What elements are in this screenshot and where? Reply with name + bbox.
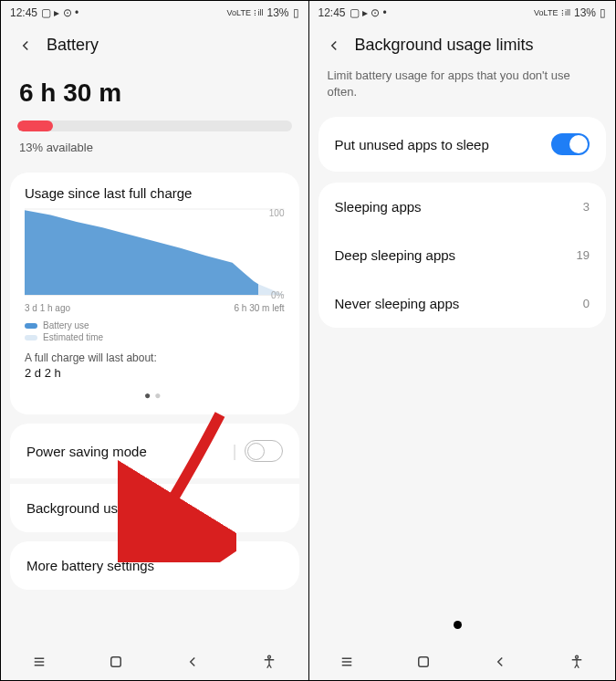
power-saving-toggle[interactable] [245,440,283,462]
status-battery-pct: 13% [574,6,596,19]
battery-progress-fill [17,120,53,131]
time-remaining: 6 h 30 m [1,62,308,113]
chart-xend: 6 h 30 m left [234,303,284,313]
svg-point-14 [576,655,579,658]
nav-accessibility-icon[interactable] [569,654,585,670]
legend-swatch-est [25,335,37,340]
nav-home-icon[interactable] [415,654,432,670]
chart-area-icon [25,208,285,296]
nav-back-icon[interactable] [492,654,508,670]
sleeping-apps-label: Sleeping apps [335,199,422,215]
more-settings-label: More battery settings [26,558,154,573]
divider: | [233,442,237,461]
deep-sleeping-label: Deep sleeping apps [335,247,456,263]
chart-legend: Battery use Estimated time [25,320,285,342]
status-icons-left: ▢ ▸ ⊙ • [41,6,78,19]
nav-recents-icon[interactable] [339,654,355,670]
status-bar: 12:45 ▢ ▸ ⊙ • VoLTE ⫶ill 13% ▯ [309,1,616,25]
legend-swatch-use [25,323,37,329]
svg-rect-8 [111,657,121,667]
fullcharge-label: A full charge will last about: [25,351,285,364]
page-title: Battery [47,36,99,55]
status-time: 12:45 [10,6,37,19]
legend-use: Battery use [43,320,89,330]
header: Background usage limits [309,25,616,62]
status-battery-pct: 13% [266,6,288,19]
chart-ymax: 100 [269,208,285,218]
status-net-icon: VoLTE ⫶ill [227,8,264,17]
nav-bar [309,644,616,680]
battery-screen: 12:45 ▢ ▸ ⊙ • VoLTE ⫶ill 13% ▯ Battery 6… [1,1,308,680]
status-time: 12:45 [318,6,346,19]
apps-list: Sleeping apps 3 Deep sleeping apps 19 Ne… [318,183,607,328]
nav-bar [1,644,308,680]
svg-marker-2 [25,210,258,295]
back-icon[interactable] [326,37,342,54]
sleep-toggle-row[interactable]: Put unused apps to sleep [318,117,607,172]
status-bar: 12:45 ▢ ▸ ⊙ • VoLTE ⫶ill 13% ▯ [1,1,308,25]
back-icon[interactable] [17,37,34,54]
usage-card[interactable]: Usage since last full charge 100 0% 3 d … [10,173,299,414]
deep-sleeping-row[interactable]: Deep sleeping apps 19 [318,231,607,279]
never-sleeping-count: 0 [583,297,590,310]
bg-limits-label: Background usage limits [26,500,175,516]
nav-accessibility-icon[interactable] [261,654,277,670]
sleep-toggle-label: Put unused apps to sleep [335,137,489,152]
status-net-icon: VoLTE ⫶ill [534,8,570,17]
nav-recents-icon[interactable] [31,654,47,670]
more-settings-row[interactable]: More battery settings [10,541,299,590]
svg-rect-13 [419,657,429,667]
usage-chart: 100 0% 3 d 1 h ago 6 h 30 m left [25,208,285,313]
accessibility-indicator-icon [454,621,462,629]
battery-progress [17,120,292,131]
battery-icon: ▯ [600,6,606,19]
deep-sleeping-count: 19 [577,248,590,262]
nav-home-icon[interactable] [108,654,124,670]
available-label: 13% available [1,137,308,167]
chart-xstart: 3 d 1 h ago [25,303,70,313]
never-sleeping-label: Never sleeping apps [335,296,460,311]
nav-back-icon[interactable] [184,654,201,670]
sleeping-apps-row[interactable]: Sleeping apps 3 [318,183,607,231]
sleep-toggle[interactable] [551,133,590,155]
status-icons-left: ▢ ▸ ⊙ • [350,6,387,19]
power-saving-row[interactable]: Power saving mode | [10,424,299,478]
chart-ymin: 0% [271,290,284,300]
power-saving-label: Power saving mode [26,444,147,459]
page-dots[interactable]: ●● [25,389,285,402]
fullcharge-value: 2 d 2 h [25,366,285,380]
sleeping-apps-count: 3 [583,200,590,214]
header: Battery [1,25,308,62]
bg-limits-row[interactable]: Background usage limits [10,484,299,532]
page-subtitle: Limit battery usage for apps that you do… [309,62,616,113]
page-title: Background usage limits [355,36,534,55]
usage-card-title: Usage since last full charge [25,185,285,201]
legend-est: Estimated time [43,332,103,342]
bg-limits-screen: 12:45 ▢ ▸ ⊙ • VoLTE ⫶ill 13% ▯ Backgroun… [308,1,616,680]
never-sleeping-row[interactable]: Never sleeping apps 0 [318,279,607,328]
svg-point-9 [268,655,271,658]
battery-icon: ▯ [293,6,299,19]
